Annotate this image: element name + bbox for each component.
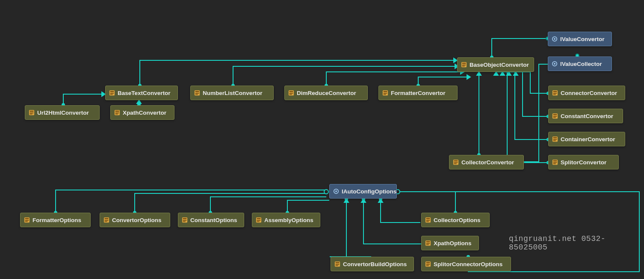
svg-marker-22 xyxy=(494,72,498,75)
svg-rect-118 xyxy=(426,244,429,245)
node-label: ConstantConvertor xyxy=(561,113,613,119)
class-icon xyxy=(24,217,30,223)
svg-rect-102 xyxy=(105,221,107,222)
svg-point-44 xyxy=(554,63,555,65)
svg-rect-47 xyxy=(462,65,466,65)
svg-marker-16 xyxy=(137,100,141,104)
svg-rect-46 xyxy=(462,63,466,64)
class-icon xyxy=(334,261,340,267)
node-DimReduceConvertor[interactable]: DimReduceConvertor xyxy=(284,86,368,100)
watermark-text: qingruanit.net 0532-85025005 xyxy=(509,234,644,252)
class-icon xyxy=(288,90,294,96)
class-icon xyxy=(453,159,459,165)
node-CollectorConvertor[interactable]: CollectorConvertor xyxy=(449,155,524,169)
svg-rect-97 xyxy=(25,220,29,221)
svg-rect-112 xyxy=(426,218,430,220)
node-CollectorOptions[interactable]: CollectorOptions xyxy=(421,213,490,227)
svg-rect-124 xyxy=(426,262,430,264)
node-XpathConvertor[interactable]: XpathConvertor xyxy=(110,105,174,120)
svg-rect-104 xyxy=(183,218,187,220)
node-ConvertorOptions[interactable]: ConvertorOptions xyxy=(100,213,170,227)
class-icon xyxy=(552,159,558,165)
svg-marker-15 xyxy=(102,92,105,96)
class-icon xyxy=(256,217,262,223)
svg-rect-62 xyxy=(384,91,387,92)
node-label: Url2HtmlConvertor xyxy=(37,110,89,116)
svg-rect-114 xyxy=(426,221,429,222)
node-label: IAutoConfigOptions xyxy=(342,188,396,195)
class-icon xyxy=(552,113,558,119)
node-ConstantOptions[interactable]: ConstantOptions xyxy=(178,213,244,227)
svg-rect-100 xyxy=(105,218,109,220)
node-XpathOptions[interactable]: XpathOptions xyxy=(421,236,479,250)
svg-rect-63 xyxy=(384,93,387,94)
node-label: DimReduceConvertor xyxy=(297,90,356,96)
node-NumberListConvertor[interactable]: NumberListConvertor xyxy=(190,86,274,100)
node-AssemblyOptions[interactable]: AssemblyOptions xyxy=(252,213,320,227)
svg-rect-80 xyxy=(553,117,556,118)
svg-rect-52 xyxy=(110,94,113,95)
node-IAutoConfigOptions[interactable]: IAutoConfigOptions xyxy=(329,184,397,199)
svg-rect-98 xyxy=(25,221,28,222)
node-label: XpathOptions xyxy=(434,240,472,246)
svg-rect-87 xyxy=(454,162,458,163)
class-icon xyxy=(425,261,431,267)
node-ConstantConvertor[interactable]: ConstantConvertor xyxy=(548,109,623,123)
node-BaseTextConvertor[interactable]: BaseTextConvertor xyxy=(105,86,178,100)
svg-rect-55 xyxy=(195,93,199,94)
svg-marker-20 xyxy=(467,75,470,79)
svg-rect-78 xyxy=(553,114,557,116)
node-ConvertorBuildOptions[interactable]: ConvertorBuildOptions xyxy=(331,257,414,271)
class-icon xyxy=(552,90,558,96)
svg-rect-110 xyxy=(257,221,260,222)
node-SplitorConnectorOptions[interactable]: SplitorConnectorOptions xyxy=(421,257,511,271)
svg-rect-116 xyxy=(426,241,430,243)
svg-point-94 xyxy=(335,190,337,192)
svg-rect-68 xyxy=(30,114,32,115)
svg-rect-113 xyxy=(426,220,430,221)
svg-point-42 xyxy=(554,38,555,40)
node-label: AssemblyOptions xyxy=(264,217,313,223)
node-SplitorConvertor[interactable]: SplitorConvertor xyxy=(548,155,619,169)
svg-rect-83 xyxy=(553,139,557,140)
svg-rect-92 xyxy=(553,163,556,164)
svg-rect-51 xyxy=(110,93,114,94)
node-label: SplitorConvertor xyxy=(561,159,606,166)
node-label: ConvertorOptions xyxy=(112,217,162,223)
svg-rect-76 xyxy=(553,94,556,95)
interface-icon xyxy=(552,61,558,67)
svg-rect-126 xyxy=(426,265,429,266)
node-label: CollectorConvertor xyxy=(461,159,514,166)
node-label: ContainerConvertor xyxy=(561,136,615,142)
svg-marker-25 xyxy=(514,72,518,75)
node-Url2HtmlConvertor[interactable]: Url2HtmlConvertor xyxy=(25,105,100,120)
svg-point-39 xyxy=(324,190,328,194)
svg-rect-75 xyxy=(553,93,557,94)
svg-rect-109 xyxy=(257,220,261,221)
node-FormatterOptions[interactable]: FormatterOptions xyxy=(20,213,91,227)
svg-rect-101 xyxy=(105,220,109,221)
svg-rect-59 xyxy=(290,93,293,94)
node-label: BaseObjectConvertor xyxy=(470,62,529,68)
svg-rect-60 xyxy=(290,94,292,95)
diagram-canvas: { "colors": { "bg": "#262626", "classFil… xyxy=(0,0,644,279)
svg-rect-122 xyxy=(336,265,338,266)
node-ContainerConvertor[interactable]: ContainerConvertor xyxy=(548,132,625,146)
node-label: CollectorOptions xyxy=(434,217,481,223)
class-icon xyxy=(29,110,35,116)
node-ConnectorConvertor[interactable]: ConnectorConvertor xyxy=(548,86,625,100)
svg-rect-106 xyxy=(183,221,186,222)
svg-rect-121 xyxy=(336,264,340,265)
node-label: SplitorConnectorOptions xyxy=(434,261,502,267)
class-icon xyxy=(114,110,120,116)
class-icon xyxy=(425,240,431,246)
svg-rect-54 xyxy=(195,91,199,92)
svg-rect-70 xyxy=(115,111,119,112)
node-IValueConvertor[interactable]: IValueConvertor xyxy=(548,32,612,46)
node-IValueCollector[interactable]: IValueCollector xyxy=(548,56,612,71)
svg-rect-79 xyxy=(553,116,557,117)
node-BaseObjectConvertor[interactable]: BaseObjectConvertor xyxy=(457,57,534,72)
svg-marker-21 xyxy=(477,72,481,75)
node-FormatterConvertor[interactable]: FormatterConvertor xyxy=(378,86,458,100)
svg-rect-58 xyxy=(290,91,293,92)
